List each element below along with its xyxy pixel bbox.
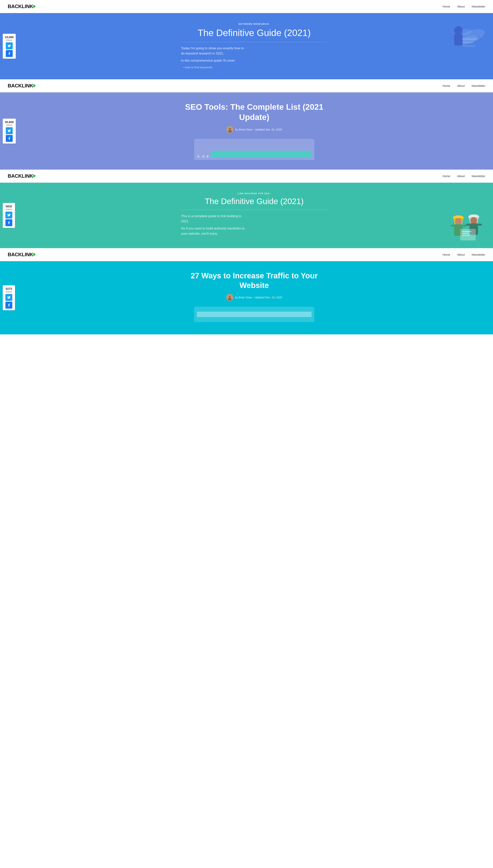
- section-1-wrapper: 10,066 shares KEYWORD RESEARCH: The Defi…: [0, 13, 493, 79]
- hero-2-inner: SEO Tools: The Complete List (2021 Updat…: [181, 102, 327, 160]
- hero-3-divider: [181, 210, 327, 210]
- keyword-illustration: [433, 17, 487, 62]
- hero-section-2: SEO Tools: The Complete List (2021 Updat…: [0, 92, 493, 170]
- hero-section-1: KEYWORD RESEARCH: The Definitive Guide (…: [0, 13, 493, 79]
- share-box-3: 5832 shares: [3, 203, 15, 228]
- logo-1[interactable]: BACKLINK: [8, 3, 36, 9]
- hero-1-bullet-1: How to find keywords: [183, 65, 246, 70]
- hero-1-eyebrow: KEYWORD RESEARCH:: [181, 23, 327, 25]
- hero-1-desc-p1: Today I'm going to show you exactly how …: [181, 46, 246, 56]
- share-label-3: shares: [5, 208, 13, 210]
- svg-rect-25: [460, 229, 476, 241]
- svg-rect-17: [463, 225, 467, 227]
- share-count-4: 5273: [5, 287, 13, 290]
- svg-point-30: [229, 296, 231, 298]
- section-3-wrapper: 5832 shares LINK BUILDING FOR SEO: The D…: [0, 183, 493, 248]
- hero-1-inner: KEYWORD RESEARCH: The Definitive Guide (…: [181, 23, 327, 70]
- logo-4[interactable]: BACKLINK: [8, 252, 36, 258]
- logo-o-circle-2: [33, 84, 36, 87]
- hero-4-author: by Brian Dean · Updated Dec. 24, 2020: [235, 296, 282, 299]
- author-avatar-2: [227, 126, 233, 133]
- twitter-share-3[interactable]: [5, 212, 12, 219]
- nav-home-1[interactable]: Home: [443, 5, 450, 8]
- nav-home-4[interactable]: Home: [443, 253, 450, 256]
- twitter-share-4[interactable]: [5, 294, 12, 301]
- logo-o-circle: [33, 5, 36, 8]
- svg-rect-23: [466, 224, 470, 226]
- svg-point-3: [454, 26, 463, 35]
- mockup-dot-1: [197, 155, 199, 158]
- svg-rect-4: [454, 34, 463, 45]
- hero-3-desc: This is a complete guide to link buildin…: [181, 214, 250, 237]
- hero-section-3: LINK BUILDING FOR SEO: The Definitive Gu…: [0, 183, 493, 248]
- share-count-1: 10,066: [5, 36, 14, 39]
- hero-1-divider: [181, 42, 327, 42]
- share-count-3: 5832: [5, 205, 13, 208]
- nav-newsletter-1[interactable]: Newsletter: [472, 5, 485, 8]
- svg-rect-5: [462, 38, 477, 40]
- twitter-share-1[interactable]: [6, 42, 13, 49]
- hero-2-mockup: [194, 139, 314, 160]
- hero-2-author-row: by Brian Dean · Updated Jan. 22, 2020: [181, 126, 327, 133]
- nav-home-2[interactable]: Home: [443, 84, 450, 87]
- svg-point-21: [470, 217, 477, 224]
- svg-rect-28: [462, 235, 470, 236]
- logo-3[interactable]: BACKLINK: [8, 173, 36, 179]
- share-label-1: shares: [5, 39, 14, 41]
- hero-3-title: The Definitive Guide (2021): [181, 197, 327, 206]
- hero-4-title: 27 Ways to Increase Traffic to Your Webs…: [181, 271, 327, 290]
- nav-links-3: Home About Newsletter: [443, 174, 485, 178]
- svg-rect-7: [462, 45, 476, 47]
- share-count-2: 20,669: [5, 120, 14, 124]
- nav-links-4: Home About Newsletter: [443, 253, 485, 256]
- facebook-share-3[interactable]: [5, 219, 12, 226]
- svg-rect-24: [478, 224, 482, 226]
- mockup-dot-3: [207, 155, 209, 158]
- logo-2[interactable]: BACKLINK: [8, 83, 36, 89]
- share-box-2: 20,669 shares: [3, 118, 16, 143]
- svg-rect-27: [462, 233, 470, 234]
- facebook-share-1[interactable]: [6, 50, 13, 57]
- nav-links-2: Home About Newsletter: [443, 84, 485, 87]
- navbar-4: BACKLINK Home About Newsletter: [0, 248, 493, 261]
- nav-newsletter-2[interactable]: Newsletter: [472, 84, 485, 87]
- nav-about-4[interactable]: About: [457, 253, 465, 256]
- hero-1-desc-p2: In this comprehensive guide I'll cover:: [181, 58, 246, 63]
- hero-3-eyebrow: LINK BUILDING FOR SEO:: [181, 192, 327, 195]
- hero-section-4: 27 Ways to Increase Traffic to Your Webs…: [0, 261, 493, 334]
- hero-4-author-row: by Brian Dean · Updated Dec. 24, 2020: [181, 294, 327, 301]
- hero-3-desc-p2: So if you want to build authority backli…: [181, 226, 250, 236]
- svg-rect-16: [451, 225, 454, 227]
- logo-o-circle-4: [33, 253, 36, 256]
- hero-4-mockup: [194, 307, 314, 322]
- share-box-4: 5273 shares: [3, 285, 15, 310]
- share-box-1: 10,066 shares: [3, 34, 16, 59]
- navbar-3: BACKLINK Home About Newsletter: [0, 170, 493, 183]
- logo-o-circle-3: [33, 175, 36, 177]
- navbar-1: BACKLINK Home About Newsletter: [0, 0, 493, 13]
- facebook-share-4[interactable]: [5, 302, 12, 309]
- navbar-2: BACKLINK Home About Newsletter: [0, 79, 493, 92]
- twitter-share-2[interactable]: [6, 127, 13, 134]
- nav-newsletter-3[interactable]: Newsletter: [472, 174, 485, 178]
- svg-rect-6: [462, 42, 474, 44]
- nav-links-1: Home About Newsletter: [443, 5, 485, 8]
- nav-about-2[interactable]: About: [457, 84, 465, 87]
- nav-home-3[interactable]: Home: [443, 174, 450, 178]
- nav-about-1[interactable]: About: [457, 5, 465, 8]
- mockup-dot-2: [202, 155, 205, 158]
- svg-point-14: [455, 218, 462, 225]
- hero-4-inner: 27 Ways to Increase Traffic to Your Webs…: [181, 271, 327, 322]
- hero-2-title: SEO Tools: The Complete List (2021 Updat…: [181, 102, 327, 122]
- mockup-search-bar: [211, 151, 311, 158]
- facebook-share-2[interactable]: [6, 135, 13, 142]
- nav-newsletter-4[interactable]: Newsletter: [472, 253, 485, 256]
- share-label-2: shares: [5, 124, 14, 126]
- workers-illustration: [443, 209, 493, 248]
- hero-3-desc-p1: This is a complete guide to link buildin…: [181, 214, 250, 224]
- svg-rect-26: [462, 231, 471, 232]
- section-4-wrapper: 5273 shares 27 Ways to Increase Traffic …: [0, 261, 493, 334]
- nav-about-3[interactable]: About: [457, 174, 465, 178]
- hero-2-author: by Brian Dean · Updated Jan. 22, 2020: [235, 128, 282, 131]
- hero-1-desc: Today I'm going to show you exactly how …: [181, 46, 246, 70]
